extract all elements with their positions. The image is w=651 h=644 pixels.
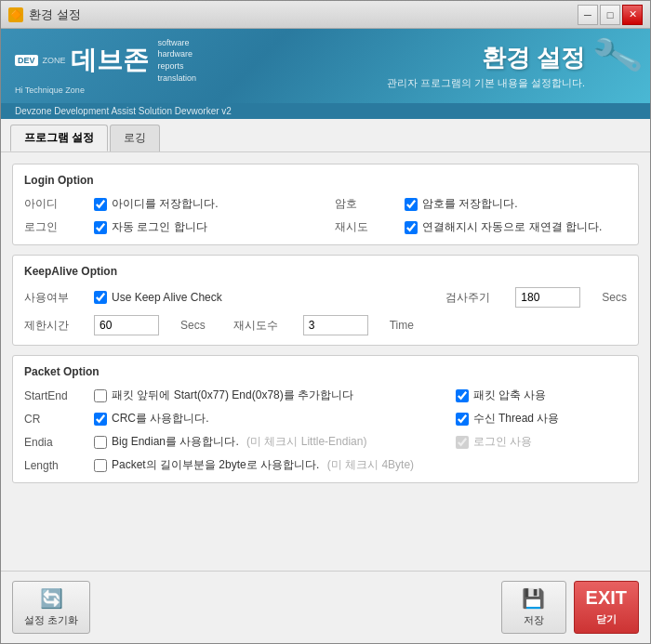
- login-option-title: Login Option: [24, 174, 627, 187]
- keepalive-row-1: 사용여부 Use Keep Alive Check 검사주기 Secs: [24, 287, 627, 308]
- startend-check-label: 패킷 앞뒤에 Start(0x77) End(0x78)를 추가합니다: [112, 388, 353, 403]
- reset-label: 설정 초기화: [24, 613, 78, 627]
- reconnect-check-group: 연결해지시 자동으로 재연결 합니다.: [405, 219, 627, 235]
- endia-check-group: Big Endian를 사용합니다. (미 체크시 Little-Endian): [94, 434, 437, 450]
- bottom-bar: 🔄 설정 초기화 💾 저장 EXIT 닫기: [1, 571, 650, 643]
- exit-icon: EXIT: [586, 587, 627, 609]
- endia-label: Endia: [24, 436, 75, 449]
- endian-checkbox[interactable]: [94, 436, 107, 449]
- save-button[interactable]: 💾 저장: [501, 581, 566, 634]
- exit-label: 닫기: [596, 612, 617, 626]
- length-note: (미 체크시 4Byte): [324, 457, 414, 473]
- id-check-group: 아이디를 저장합니다.: [94, 196, 316, 212]
- devzone-subtitle: Devzone Development Assist Solution Devw…: [1, 103, 650, 119]
- tabs-bar: 프로그램 설정 로깅: [1, 119, 650, 152]
- title-bar: 🔶 환경 설정 ─ □ ✕: [1, 1, 650, 29]
- timelimit-input[interactable]: [94, 315, 159, 335]
- packet-option-section: Packet Option StartEnd 패킷 앞뒤에 Start(0x77…: [12, 355, 639, 483]
- endian-check-label: Big Endian를 사용합니다.: [112, 434, 239, 450]
- password-save-label: 암호를 저장합니다.: [422, 196, 518, 212]
- length-row: Length Packet의 길이부분을 2byte로 사용합니다. (미 체크…: [24, 457, 627, 473]
- crc-check-label: CRC를 사용합니다.: [112, 411, 209, 427]
- login-use-checkbox[interactable]: [456, 436, 469, 449]
- packet-compress-label: 패킷 압축 사용: [473, 388, 547, 403]
- endian-note: (미 체크시 Little-Endian): [244, 434, 367, 450]
- retrycount-input[interactable]: [303, 315, 368, 335]
- recv-thread-checkbox[interactable]: [456, 413, 469, 426]
- main-content: Login Option 아이디 아이디를 저장합니다. 암호 암호를 저장합니…: [1, 152, 650, 571]
- zone-name: 데브존: [71, 43, 149, 78]
- recv-thread-label: 수신 Thread 사용: [473, 411, 560, 427]
- timelimit-label: 제한시간: [24, 318, 75, 334]
- header-banner: DEV ZONE 데브존 softwarehardwarereportstran…: [1, 29, 650, 103]
- password-check-group: 암호를 저장합니다.: [405, 196, 627, 212]
- length-checkbox[interactable]: [94, 459, 107, 472]
- close-button[interactable]: ✕: [622, 5, 643, 25]
- cr-check-group: CRC를 사용합니다.: [94, 411, 437, 427]
- window-title: 환경 설정: [29, 7, 81, 23]
- main-window: 🔶 환경 설정 ─ □ ✕ DEV ZONE 데브존 softwarehardw…: [0, 0, 651, 644]
- keepalive-check-label: Use Keep Alive Check: [112, 291, 222, 304]
- dev-badge: DEV: [15, 55, 38, 66]
- reset-icon: 🔄: [40, 587, 63, 610]
- reconnect-label: 연결해지시 자동으로 재연결 합니다.: [422, 219, 602, 235]
- save-label: 저장: [524, 613, 544, 627]
- login-use-group: 로그인 사용: [456, 434, 627, 450]
- length-check-label: Packet의 길이부분을 2byte로 사용합니다.: [112, 457, 319, 473]
- login-use-label: 로그인 사용: [473, 434, 532, 450]
- startend-label: StartEnd: [24, 389, 75, 402]
- keepalive-row-2: 제한시간 Secs 재시도수 Time: [24, 315, 627, 335]
- reset-button[interactable]: 🔄 설정 초기화: [12, 581, 90, 634]
- id-save-label: 아이디를 저장합니다.: [112, 196, 219, 212]
- devzone-logo: DEV ZONE 데브존 softwarehardwarereportstran…: [15, 37, 196, 95]
- endia-row: Endia Big Endian를 사용합니다. (미 체크시 Little-E…: [24, 434, 627, 450]
- auto-login-label: 자동 로그인 합니다: [112, 219, 207, 235]
- password-label: 암호: [335, 196, 386, 212]
- keepalive-checkbox[interactable]: [94, 291, 107, 304]
- hi-tech-label: Hi Technique Zone: [15, 85, 196, 95]
- id-label: 아이디: [24, 196, 75, 212]
- startend-check-group: 패킷 앞뒤에 Start(0x77) End(0x78)를 추가합니다: [94, 388, 437, 403]
- packet-compress-checkbox[interactable]: [456, 389, 469, 402]
- auto-login-check-group: 자동 로그인 합니다: [94, 219, 316, 235]
- title-icon: 🔶: [8, 7, 23, 22]
- login-label: 로그인: [24, 219, 75, 235]
- period-label: 검사주기: [445, 290, 497, 306]
- exit-button[interactable]: EXIT 닫기: [574, 581, 639, 634]
- login-option-section: Login Option 아이디 아이디를 저장합니다. 암호 암호를 저장합니…: [12, 164, 639, 245]
- id-save-checkbox[interactable]: [94, 198, 107, 211]
- password-save-checkbox[interactable]: [405, 198, 418, 211]
- timelimit-unit: Secs: [180, 319, 206, 332]
- packet-option-title: Packet Option: [24, 365, 627, 378]
- keepalive-use-label: 사용여부: [24, 290, 75, 306]
- length-label: Length: [24, 459, 75, 472]
- reconnect-checkbox[interactable]: [405, 221, 418, 234]
- tab-program-settings[interactable]: 프로그램 설정: [10, 125, 108, 151]
- keepalive-check-group: Use Keep Alive Check: [94, 291, 427, 304]
- packet-compress-group: 패킷 압축 사용: [456, 388, 627, 403]
- login-row-1: 아이디 아이디를 저장합니다. 암호 암호를 저장합니다.: [24, 196, 627, 212]
- login-row-2: 로그인 자동 로그인 합니다 재시도 연결해지시 자동으로 재연결 합니다.: [24, 219, 627, 235]
- tab-logging[interactable]: 로깅: [110, 125, 160, 151]
- startend-row: StartEnd 패킷 앞뒤에 Start(0x77) End(0x78)를 추…: [24, 388, 627, 403]
- period-input[interactable]: [515, 287, 580, 308]
- startend-checkbox[interactable]: [94, 389, 107, 402]
- setting-subtitle: 관리자 프로그램의 기본 내용을 설정합니다.: [387, 76, 585, 90]
- save-icon: 💾: [522, 587, 545, 610]
- cr-label: CR: [24, 413, 75, 426]
- setting-title: 환경 설정: [387, 42, 585, 74]
- keepalive-section: KeepAlive Option 사용여부 Use Keep Alive Che…: [12, 255, 639, 346]
- length-check-group: Packet의 길이부분을 2byte로 사용합니다. (미 체크시 4Byte…: [94, 457, 627, 473]
- title-buttons: ─ □ ✕: [578, 5, 643, 25]
- cr-row: CR CRC를 사용합니다. 수신 Thread 사용: [24, 411, 627, 427]
- keepalive-title: KeepAlive Option: [24, 265, 627, 278]
- software-list: softwarehardwarereportstranslation: [158, 37, 197, 84]
- retrycount-unit: Time: [390, 319, 414, 332]
- auto-login-checkbox[interactable]: [94, 221, 107, 234]
- maximize-button[interactable]: □: [600, 5, 620, 25]
- minimize-button[interactable]: ─: [578, 5, 598, 25]
- recv-thread-group: 수신 Thread 사용: [456, 411, 627, 427]
- wrench-icon: 🔧: [590, 29, 645, 83]
- period-unit: Secs: [602, 291, 627, 304]
- crc-checkbox[interactable]: [94, 413, 107, 426]
